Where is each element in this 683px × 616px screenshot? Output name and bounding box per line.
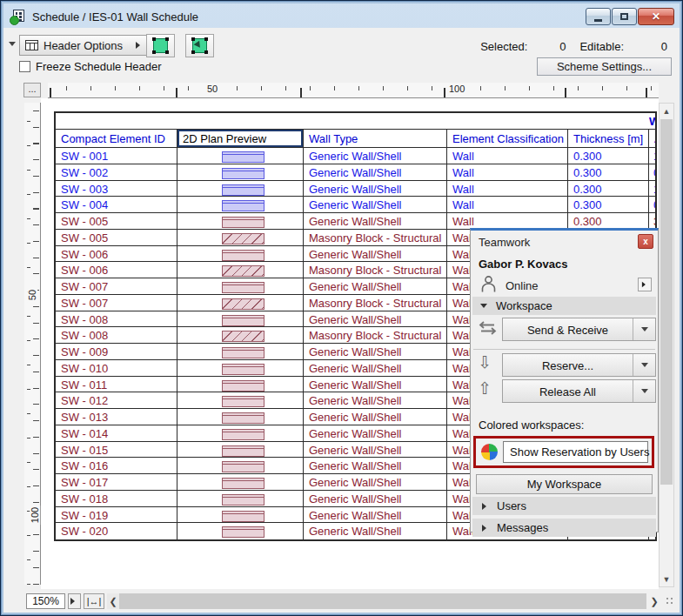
cell-preview [177, 491, 304, 506]
title-bar[interactable]: Schedule / IES-01 Wall Schedule [4, 4, 679, 29]
table-row[interactable]: SW - 003 Generic Wall/Shell Wall 0.300 1 [56, 181, 657, 198]
chevron-right-icon [482, 525, 490, 532]
chevron-right-icon [482, 503, 490, 510]
cell-id: SW - 020 [56, 523, 177, 539]
my-workspace-button[interactable]: My Workspace [476, 474, 653, 494]
scroll-down-arrow[interactable]: ▼ [660, 572, 673, 586]
cell-wall-type: Generic Wall/Shell [304, 148, 447, 164]
close-button[interactable]: ✕ [638, 8, 674, 25]
chevron-down-icon [641, 389, 648, 397]
preview-swatch [222, 331, 264, 342]
maximize-button[interactable] [612, 8, 637, 25]
cell-id: SW - 004 [56, 197, 177, 212]
hruler-label-100: 100 [446, 84, 467, 94]
cell-preview [177, 213, 304, 229]
users-section-header[interactable]: Users [472, 497, 656, 515]
table-row[interactable]: SW - 004 Generic Wall/Shell Wall 0.300 0 [56, 197, 657, 213]
messages-section-header[interactable]: Messages [472, 519, 656, 537]
cell-preview [177, 523, 304, 539]
scheme-settings-button[interactable]: Scheme Settings... [537, 57, 672, 76]
arrow-right-icon [641, 282, 647, 287]
vertical-ruler: 50 100 [24, 103, 41, 585]
preview-swatch [222, 412, 264, 424]
cell-preview [177, 507, 304, 523]
reservation-mode-dropdown[interactable]: Show Reservation by Users [503, 441, 648, 463]
scheme-settings-label: Scheme Settings... [557, 60, 652, 73]
zoom-level-box[interactable]: 150% [26, 593, 65, 609]
vertical-scrollbar-thumb[interactable] [660, 119, 673, 485]
cell-wall-type: Generic Wall/Shell [304, 377, 447, 392]
preview-swatch [222, 526, 264, 538]
cell-id: SW - 006 [56, 262, 177, 278]
header-options-button[interactable]: Header Options [19, 35, 150, 56]
preview-swatch [222, 380, 264, 392]
table-row[interactable]: SW - 002 Generic Wall/Shell Wall 0.300 0 [56, 164, 657, 181]
workspace-section-header[interactable]: Workspace [472, 297, 656, 315]
cell-id: SW - 002 [56, 164, 177, 180]
cell-wall-type: Masonry Block - Structural [304, 262, 447, 278]
preview-swatch [222, 347, 264, 358]
status-bar: 150% |↔| ❮ ❯ [3, 589, 680, 613]
preview-swatch [222, 265, 264, 277]
column-header-a[interactable]: A [649, 130, 657, 147]
preview-swatch [222, 494, 264, 506]
flyout-arrow-icon [136, 42, 144, 49]
preview-swatch [222, 151, 264, 163]
horizontal-ruler: 50 100 [48, 83, 659, 98]
column-header-compact-element-id[interactable]: Compact Element ID [56, 130, 177, 147]
preview-swatch [222, 429, 264, 440]
annotation-highlight-box: Show Reservation by Users [473, 436, 654, 468]
reserve-dropdown[interactable] [633, 354, 655, 376]
freeze-header-checkbox[interactable] [19, 61, 30, 72]
column-header-thickness[interactable]: Thickness [m] [568, 130, 649, 147]
table-row[interactable]: SW - 005 Generic Wall/Shell Wall 0.300 3 [56, 213, 657, 230]
teamwork-palette: Teamwork x Gabor P. Kovacs Online Worksp… [470, 228, 659, 532]
column-header-wall-type[interactable]: Wall Type [304, 130, 447, 147]
table-row[interactable]: SW - 001 Generic Wall/Shell Wall 0.300 1 [56, 148, 657, 164]
preview-swatch [222, 298, 264, 310]
table-title-row[interactable]: W [56, 113, 657, 130]
online-flyout-button[interactable] [638, 278, 652, 291]
release-all-button[interactable]: Release All [502, 379, 656, 403]
scroll-left-arrow[interactable]: ❮ [107, 593, 119, 609]
cell-id: SW - 012 [56, 392, 177, 408]
ruler-options-button[interactable]: ... [23, 83, 41, 97]
release-all-dropdown[interactable] [633, 380, 655, 402]
cell-wall-type: Generic Wall/Shell [304, 507, 447, 523]
cell-preview [177, 360, 304, 376]
zoom-menu-button[interactable] [68, 593, 81, 609]
reserve-button[interactable]: Reserve... [502, 353, 656, 377]
send-receive-dropdown[interactable] [633, 318, 655, 340]
toolbar-collapse-icon[interactable] [9, 42, 16, 50]
cell-preview [177, 278, 304, 294]
cell-id: SW - 007 [56, 295, 177, 311]
scroll-right-arrow[interactable]: ❯ [648, 593, 660, 609]
resize-grip[interactable] [666, 597, 674, 606]
cell-preview [177, 197, 304, 212]
select-elements-button[interactable] [185, 34, 214, 57]
teamwork-close-button[interactable]: x [638, 234, 653, 249]
vruler-label-50: 50 [27, 288, 37, 302]
horizontal-scrollbar[interactable] [119, 593, 646, 609]
vruler-label-100: 100 [30, 506, 40, 525]
column-header-element-classification[interactable]: Element Classification [447, 130, 568, 147]
preview-swatch [222, 445, 264, 457]
fit-width-icon: |↔| [87, 596, 102, 606]
scroll-up-arrow[interactable]: ▲ [660, 104, 673, 118]
send-receive-button[interactable]: Send & Receive [502, 318, 656, 341]
column-header-2d-plan-preview[interactable]: 2D Plan Preview [177, 130, 304, 147]
cell-id: SW - 006 [56, 246, 177, 262]
table-title-overflow: W [649, 115, 657, 128]
cell-wall-type: Masonry Block - Structural [304, 230, 447, 245]
selected-label: Selected: [480, 40, 527, 53]
messages-section-label: Messages [497, 521, 548, 534]
select-all-button[interactable] [146, 34, 175, 57]
vertical-scrollbar[interactable]: ▲ ▼ [659, 103, 674, 587]
cell-preview [177, 164, 304, 180]
cell-id: SW - 018 [56, 491, 177, 506]
cell-preview [177, 311, 304, 327]
release-icon: ⇧ [478, 378, 492, 398]
cell-wall-type: Generic Wall/Shell [304, 474, 447, 490]
minimize-button[interactable] [586, 8, 611, 25]
fit-width-button[interactable]: |↔| [84, 593, 104, 609]
